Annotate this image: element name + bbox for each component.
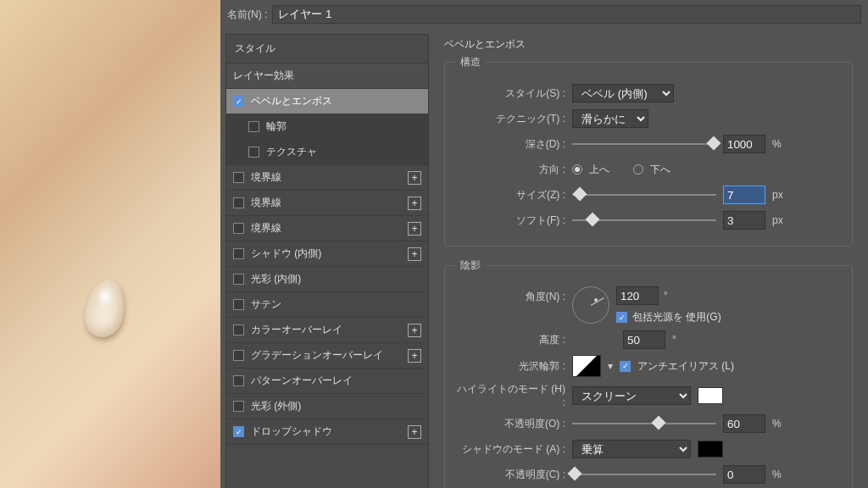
shadow-mode-select[interactable]: 乗算: [572, 440, 691, 458]
plus-icon[interactable]: +: [408, 222, 421, 236]
highlight-color-swatch[interactable]: [698, 387, 723, 404]
section-title: ベベルとエンボス: [444, 37, 853, 52]
style-label: サテン: [251, 297, 281, 312]
depth-row: 深さ(D) : %: [455, 134, 842, 154]
plus-icon[interactable]: +: [408, 171, 421, 185]
style-stroke-3[interactable]: 境界線+: [226, 216, 428, 241]
angle-input[interactable]: [616, 286, 659, 305]
highlight-opacity-input[interactable]: [723, 414, 765, 433]
style-texture[interactable]: テクスチャ: [226, 140, 428, 165]
checkbox-icon[interactable]: [233, 299, 244, 310]
style-label: 輪郭: [266, 119, 287, 134]
checkbox-icon[interactable]: [233, 350, 244, 361]
styles-header: スタイル: [226, 35, 428, 64]
unit: %: [772, 418, 782, 430]
style-label: カラーオーバーレイ: [251, 323, 342, 337]
chevron-down-icon[interactable]: ▾: [608, 360, 613, 372]
style-label: 光彩 (内側): [251, 272, 301, 286]
layer-name-input[interactable]: [272, 5, 861, 24]
style-outer-glow[interactable]: 光彩 (外側): [226, 394, 428, 419]
size-label: サイズ(Z) :: [455, 188, 565, 202]
technique-row: テクニック(T) : 滑らかに: [455, 108, 842, 129]
style-contour[interactable]: 輪郭: [226, 114, 428, 140]
name-row: 名前(N) :: [220, 0, 868, 29]
depth-input[interactable]: [723, 135, 765, 153]
plus-icon[interactable]: +: [408, 197, 421, 210]
global-light-label: 包括光源を 使用(G): [632, 310, 721, 324]
soften-input[interactable]: [723, 211, 765, 230]
style-label: パターンオーバーレイ: [251, 374, 353, 388]
angle-dial[interactable]: [572, 286, 609, 324]
style-inner-glow[interactable]: 光彩 (内側): [226, 267, 428, 292]
style-satin[interactable]: サテン: [226, 292, 428, 318]
size-slider[interactable]: [572, 187, 716, 202]
size-row: サイズ(Z) : px: [455, 185, 842, 205]
name-label: 名前(N) :: [227, 8, 267, 22]
style-inner-shadow[interactable]: シャドウ (内側)+: [226, 241, 428, 267]
opacity-label: 不透明度(O) :: [455, 417, 565, 431]
layer-style-panel: 名前(N) : スタイル レイヤー効果 ベベルとエンボス 輪郭 テクスチャ 境界…: [220, 0, 868, 488]
soften-slider[interactable]: [572, 213, 716, 228]
shadow-opacity-slider[interactable]: [572, 467, 716, 482]
checkbox-icon[interactable]: [233, 324, 244, 336]
soften-row: ソフト(F) : px: [455, 210, 842, 230]
style-stroke-2[interactable]: 境界線+: [226, 191, 428, 216]
plus-icon[interactable]: +: [408, 324, 421, 337]
checkbox-icon[interactable]: [233, 274, 244, 285]
highlight-mode-select[interactable]: スクリーン: [572, 386, 691, 405]
gloss-contour-picker[interactable]: [572, 355, 601, 377]
altitude-input[interactable]: [623, 330, 665, 349]
direction-up-radio[interactable]: [572, 164, 582, 175]
preview-image: [0, 0, 220, 488]
style-drop-shadow[interactable]: ドロップシャドウ+: [226, 419, 428, 445]
checkbox-icon[interactable]: [233, 223, 244, 234]
antialias-checkbox[interactable]: [620, 361, 631, 372]
plus-icon[interactable]: +: [408, 247, 421, 261]
technique-select[interactable]: 滑らかに: [572, 109, 648, 128]
style-pattern-overlay[interactable]: パターンオーバーレイ: [226, 369, 428, 394]
technique-label: テクニック(T) :: [455, 112, 565, 126]
unit: %: [772, 469, 782, 480]
checkbox-icon[interactable]: [233, 197, 244, 208]
depth-slider[interactable]: [572, 136, 716, 152]
angle-row: 角度(N) : ° 包括光源を 使用(G): [455, 286, 842, 324]
checkbox-icon[interactable]: [248, 121, 259, 132]
style-stroke-1[interactable]: 境界線+: [226, 165, 428, 191]
global-light-checkbox[interactable]: [616, 312, 627, 323]
style-bevel-emboss[interactable]: ベベルとエンボス: [226, 89, 428, 114]
style-select[interactable]: ベベル (内側): [572, 84, 674, 103]
plus-icon[interactable]: +: [408, 349, 421, 363]
gloss-contour-row: 光沢輪郭 : ▾ アンチエイリアス (L): [455, 355, 842, 377]
checkbox-icon[interactable]: [233, 96, 244, 107]
style-label: 光彩 (外側): [251, 399, 301, 413]
checkbox-icon[interactable]: [233, 375, 244, 386]
shadow-opacity-input[interactable]: [723, 465, 765, 484]
checkbox-icon[interactable]: [248, 147, 259, 158]
checkbox-icon[interactable]: [233, 401, 244, 412]
style-label: 境界線: [251, 196, 281, 210]
unit: °: [664, 290, 668, 302]
style-blending-options[interactable]: レイヤー効果: [226, 64, 428, 89]
gloss-label: 光沢輪郭 :: [455, 359, 565, 374]
direction-down-radio[interactable]: [633, 164, 643, 175]
style-label: ベベルとエンボス: [251, 94, 332, 108]
altitude-row: 高度 : °: [455, 330, 842, 350]
water-drop-preview: [81, 277, 128, 341]
shading-group: 陰影 角度(N) : ° 包括光源を 使用(G): [444, 258, 853, 488]
highlight-mode-row: ハイライトのモード (H) : スクリーン: [455, 382, 842, 408]
checkbox-icon[interactable]: [233, 248, 244, 259]
columns: スタイル レイヤー効果 ベベルとエンボス 輪郭 テクスチャ 境界線+ 境界線+ …: [220, 29, 868, 488]
style-color-overlay[interactable]: カラーオーバーレイ+: [226, 318, 428, 343]
style-label: スタイル(S) :: [455, 86, 565, 101]
checkbox-icon[interactable]: [233, 426, 244, 437]
highlight-opacity-slider[interactable]: [572, 416, 716, 431]
checkbox-icon[interactable]: [233, 172, 244, 183]
plus-icon[interactable]: +: [408, 425, 421, 439]
size-input[interactable]: [723, 186, 765, 204]
bevel-settings: ベベルとエンボス 構造 スタイル(S) : ベベル (内側) テクニック(T) …: [429, 29, 868, 488]
highlight-opacity-row: 不透明度(O) : %: [455, 413, 842, 434]
shadow-color-swatch[interactable]: [698, 441, 723, 458]
style-label: グラデーションオーバーレイ: [251, 348, 383, 363]
soften-label: ソフト(F) :: [455, 214, 565, 228]
style-gradient-overlay[interactable]: グラデーションオーバーレイ+: [226, 343, 428, 369]
